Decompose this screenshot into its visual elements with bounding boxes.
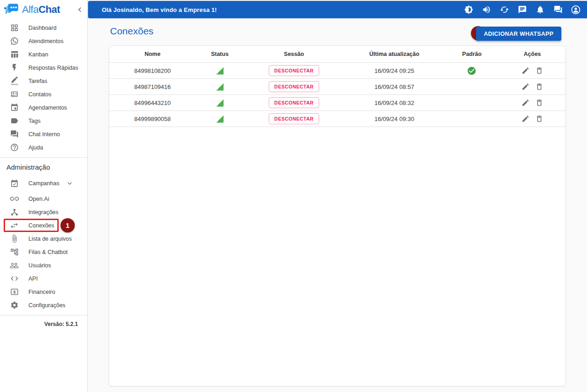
paperclip-icon (10, 234, 19, 243)
delete-icon[interactable] (535, 66, 543, 75)
logo-row: AlfaChat (0, 0, 87, 19)
disconnect-button[interactable]: DESCONECTAR (269, 97, 319, 108)
session-cell: DESCONECTAR (244, 113, 344, 124)
edit-icon[interactable] (521, 99, 530, 107)
sidebar-item-kanban[interactable]: Kanban (0, 48, 87, 61)
announcement-icon[interactable] (517, 5, 527, 15)
session-cell: DESCONECTAR (244, 97, 344, 108)
tag-icon (10, 116, 19, 126)
internal-chat-icon[interactable] (553, 5, 563, 15)
column-header-padrao: Padrão (444, 51, 499, 57)
disconnect-button[interactable]: DESCONECTAR (269, 113, 319, 124)
session-cell: DESCONECTAR (244, 65, 344, 76)
column-header-ultima-atualizacao: Última atualização (344, 51, 444, 57)
actions-cell (499, 66, 565, 75)
title-row: Conexões 2 ADICIONAR WHATSAPP (88, 18, 587, 45)
main-content: Conexões 2 ADICIONAR WHATSAPP Nome Statu… (88, 18, 587, 392)
hub-icon (10, 208, 19, 217)
volume-icon[interactable] (482, 5, 491, 15)
connection-name: 84996443210 (109, 99, 196, 106)
disconnect-button[interactable]: DESCONECTAR (269, 81, 319, 92)
flow-tree-icon (10, 248, 19, 257)
sidebar-item-lista-de-arquivos[interactable]: Lista de arquivos (0, 232, 87, 245)
sidebar-item-chat-interno[interactable]: Chat Interno (0, 127, 87, 141)
last-update: 16/09/24 08:32 (344, 99, 444, 106)
edit-icon[interactable] (521, 115, 530, 123)
sidebar-item-ajuda[interactable]: Ajuda (0, 141, 87, 154)
column-header-acoes: Ações (499, 51, 565, 57)
column-header-nome: Nome (109, 51, 196, 57)
disconnect-button[interactable]: DESCONECTAR (269, 65, 319, 76)
signal-connected-icon (216, 66, 224, 75)
connection-name: 84987109416 (109, 83, 196, 90)
default-check-icon (467, 66, 476, 76)
last-update: 16/09/24 09:25 (344, 67, 444, 74)
edit-icon[interactable] (521, 83, 530, 91)
status-cell (196, 99, 244, 107)
infinity-icon (10, 194, 19, 204)
sidebar-item-tags[interactable]: Tags (0, 114, 87, 127)
dashboard-icon (10, 23, 19, 33)
add-whatsapp-button[interactable]: ADICIONAR WHATSAPP (476, 27, 561, 41)
sidebar-item-financeiro[interactable]: Financeiro (0, 285, 87, 298)
sidebar-item-atendimentos[interactable]: Atendimentos (0, 34, 87, 48)
kanban-icon (10, 50, 19, 59)
chevron-down-icon (66, 179, 74, 188)
session-cell: DESCONECTAR (244, 81, 344, 92)
sidebar-nav: Dashboard Atendimentos Kanban Respostas … (0, 19, 87, 327)
default-cell (444, 66, 499, 76)
contact-card-icon (10, 90, 19, 99)
sidebar-item-contatos[interactable]: Contatos (0, 88, 87, 101)
refresh-icon[interactable] (499, 5, 509, 15)
account-icon[interactable] (571, 5, 581, 15)
signal-connected-icon (216, 99, 224, 107)
topbar-icons (464, 5, 581, 15)
column-header-sessao: Sessão (244, 51, 344, 57)
gear-icon (10, 301, 19, 310)
calendar-icon (10, 103, 19, 112)
help-icon (10, 143, 19, 152)
sidebar-item-campanhas[interactable]: Campanhas (0, 175, 87, 192)
code-icon (10, 274, 19, 283)
last-update: 16/09/24 08:57 (344, 83, 444, 90)
table-row: 84987109416 DESCONECTAR 16/09/24 08:57 (109, 79, 565, 95)
sidebar-item-dashboard[interactable]: Dashboard (0, 21, 87, 34)
column-header-status: Status (196, 51, 244, 57)
sidebar-divider-bottom (0, 315, 87, 315)
sidebar-item-integracoes[interactable]: Integrações (0, 205, 87, 219)
sidebar-item-tarefas[interactable]: Tarefas (0, 74, 87, 88)
delete-icon[interactable] (535, 83, 543, 91)
last-update: 16/09/24 09:30 (344, 116, 444, 122)
sidebar-divider (0, 157, 87, 158)
page-title: Conexões (110, 26, 154, 37)
dollar-box-icon (10, 287, 19, 297)
brand-name: AlfaChat (22, 4, 60, 16)
table-row: 84998108200 DESCONECTAR 16/09/24 09:25 (109, 63, 565, 79)
annotation-step-1: 1 (61, 218, 75, 232)
table-row: 84996443210 DESCONECTAR 16/09/24 08:32 (109, 95, 565, 111)
actions-cell (499, 99, 565, 107)
sidebar-item-api[interactable]: API (0, 272, 87, 285)
sidebar-collapse-button[interactable] (75, 5, 84, 14)
sidebar-item-conexoes[interactable]: Conexões 1 (0, 219, 87, 232)
table-row: 84999890058 DESCONECTAR 16/09/24 09:30 (109, 111, 565, 127)
sidebar-item-usuarios[interactable]: Usuários (0, 259, 87, 272)
sidebar-item-agendamentos[interactable]: Agendamentos (0, 101, 87, 114)
delete-icon[interactable] (535, 99, 543, 107)
sidebar-item-filas-chatbot[interactable]: Filas & Chatbot (0, 245, 87, 259)
connection-name: 84999890058 (109, 116, 196, 122)
version-label: Versão: 5.2.1 (0, 318, 87, 327)
actions-cell (499, 83, 565, 91)
sidebar-item-respostas-rapidas[interactable]: Respostas Rápidas (0, 61, 87, 74)
sidebar-item-openai[interactable]: Open.Ai (0, 192, 87, 205)
brightness-toggle-icon[interactable] (464, 5, 473, 15)
connection-name: 84998108200 (109, 67, 196, 74)
alfachat-app: AlfaChat Dashboard Atendimentos Kanban R… (0, 0, 587, 392)
calendar-check-icon (10, 179, 19, 188)
edit-icon[interactable] (521, 66, 530, 75)
delete-icon[interactable] (535, 115, 543, 123)
topbar: Olá Josinaldo, Bem vindo a Empresa 1! (88, 1, 587, 18)
notifications-bell-icon[interactable] (535, 5, 545, 15)
sidebar-item-configuracoes[interactable]: Configurações (0, 298, 87, 312)
people-icon (10, 261, 19, 270)
